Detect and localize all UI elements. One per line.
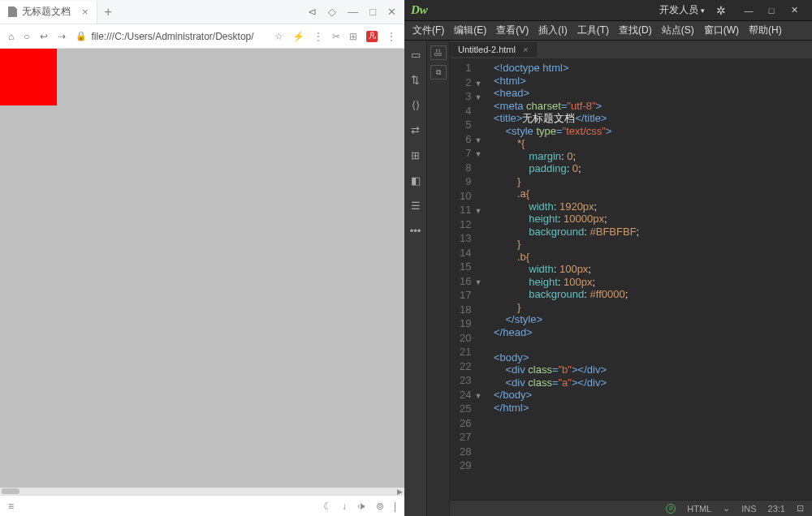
scissors-icon[interactable]: ✂ <box>332 31 340 42</box>
line-gutter: 1 2 ▼ 3 ▼ 4 5 6 ▼ 7 ▼ 8 9 10 11 ▼ 12 13 … <box>450 58 489 500</box>
menu-find[interactable]: 查找(D) <box>614 24 657 37</box>
dw-minimize-icon[interactable]: — <box>737 2 760 19</box>
lang-label[interactable]: HTML <box>687 504 711 514</box>
tool8-icon[interactable]: ••• <box>410 225 421 237</box>
kebab-icon[interactable]: ⋮ <box>387 31 396 42</box>
forward-icon[interactable]: ⇢ <box>58 31 66 42</box>
new-tab-button[interactable]: + <box>97 5 119 19</box>
minimize-icon[interactable]: — <box>348 6 358 18</box>
tab-title: 无标题文档 <box>22 5 71 19</box>
code-editor[interactable]: 1 2 ▼ 3 ▼ 4 5 6 ▼ 7 ▼ 8 9 10 11 ▼ 12 13 … <box>450 58 812 500</box>
star-icon[interactable]: ☆ <box>274 31 283 42</box>
download-icon[interactable]: ↓ <box>342 501 347 512</box>
document-icon <box>8 6 17 17</box>
browser-nav-bar: ⌂ ○ ↩ ⇢ 🔒 file:///C:/Users/Administrator… <box>0 24 404 49</box>
tool5-icon[interactable]: ⊞ <box>411 149 420 161</box>
window-controls: ⊲ ◇ — □ ✕ <box>308 6 404 18</box>
menu-edit[interactable]: 编辑(E) <box>449 24 491 37</box>
lock-icon: 🔒 <box>76 31 87 41</box>
dw-menu-bar: 文件(F) 编辑(E) 查看(V) 插入(I) 工具(T) 查找(D) 站点(S… <box>404 21 812 41</box>
scrollbar-thumb[interactable] <box>2 488 19 494</box>
tool2-icon[interactable]: ⇅ <box>411 74 420 86</box>
menu-insert[interactable]: 插入(I) <box>533 24 572 37</box>
browser-window: 无标题文档 × + ⊲ ◇ — □ ✕ ⌂ ○ ↩ ⇢ 🔒 file:///C:… <box>0 0 404 516</box>
editor-tab-label: Untitled-2.html <box>458 45 516 54</box>
menu-help[interactable]: 帮助(H) <box>744 24 787 37</box>
view-split-icon[interactable]: 品 <box>430 45 447 60</box>
sep: | <box>394 501 396 512</box>
close-icon[interactable]: ✕ <box>387 6 396 18</box>
code-area[interactable]: <!doctype html> <html> <head> <meta char… <box>489 58 812 500</box>
dots-icon[interactable]: ⋮ <box>313 31 323 42</box>
reload-icon[interactable]: ○ <box>24 31 29 42</box>
volume-icon[interactable]: 🕩 <box>356 501 366 512</box>
dw-tool-strip: ▭ ⇅ ⟨⟩ ⇄ ⊞ ◧ ☰ ••• <box>404 41 427 516</box>
url-text: file:///C:/Users/Administrator/Desktop/ <box>92 31 254 42</box>
tool6-icon[interactable]: ◧ <box>411 174 421 187</box>
tool3-icon[interactable]: ⟨⟩ <box>412 99 420 111</box>
address-bar[interactable]: 🔒 file:///C:/Users/Administrator/Desktop… <box>76 31 266 42</box>
tool7-icon[interactable]: ☰ <box>411 200 421 212</box>
dw-close-icon[interactable]: ✕ <box>783 2 806 19</box>
browser-viewport: ▶ ≡ ☾ ↓ 🕩 ⊚ | <box>0 49 404 516</box>
red-box-div <box>0 49 57 105</box>
caret-icon[interactable]: ⌄ <box>723 503 730 514</box>
ins-label[interactable]: INS <box>741 504 756 514</box>
lightning-icon[interactable]: ⚡ <box>292 31 304 42</box>
back-icon[interactable]: ↩ <box>40 31 48 42</box>
menu-window[interactable]: 窗口(W) <box>699 24 744 37</box>
grid-icon[interactable]: ⊞ <box>349 31 357 42</box>
browser-tab-bar: 无标题文档 × + ⊲ ◇ — □ ✕ <box>0 0 404 24</box>
view-code-icon[interactable]: ⧉ <box>430 65 447 80</box>
maximize-icon[interactable]: □ <box>369 6 376 18</box>
ok-icon[interactable]: ⊘ <box>666 504 676 514</box>
close-tab-icon[interactable]: × <box>82 6 89 18</box>
ext1-icon[interactable]: ⊲ <box>308 6 317 18</box>
dw-title-bar: Dw 开发人员▾ ✲ — □ ✕ <box>404 0 812 21</box>
browser-tab[interactable]: 无标题文档 × <box>0 1 97 24</box>
editor-tab-bar: Untitled-2.html × <box>450 41 812 58</box>
moon-icon[interactable]: ☾ <box>323 501 332 512</box>
odom-icon[interactable]: ⊡ <box>797 503 804 514</box>
menu-icon[interactable]: ≡ <box>8 501 14 512</box>
dw-logo: Dw <box>411 3 428 17</box>
zoom-icon[interactable]: ⊚ <box>376 501 384 512</box>
horizontal-scrollbar[interactable]: ▶ <box>0 488 404 495</box>
nav-right-icons: ☆ ⚡ ⋮ ✂ ⊞ 凡 ⋮ <box>274 31 396 42</box>
menu-tools[interactable]: 工具(T) <box>572 24 614 37</box>
dreamweaver-window: Dw 开发人员▾ ✲ — □ ✕ 文件(F) 编辑(E) 查看(V) 插入(I)… <box>404 0 812 516</box>
dw-tool-strip-2: 品 ⧉ <box>427 41 450 516</box>
menu-view[interactable]: 查看(V) <box>491 24 533 37</box>
dw-status-bar: ⊘ HTML ⌄ INS 23:1 ⊡ <box>450 500 812 516</box>
home-icon[interactable]: ⌂ <box>8 31 14 42</box>
ext2-icon[interactable]: ◇ <box>328 6 336 18</box>
tool1-icon[interactable]: ▭ <box>411 49 421 61</box>
browser-status-bar: ≡ ☾ ↓ 🕩 ⊚ | <box>0 495 404 516</box>
dw-maximize-icon[interactable]: □ <box>760 2 783 19</box>
tool4-icon[interactable]: ⇄ <box>411 124 420 136</box>
badge-icon[interactable]: 凡 <box>366 31 378 42</box>
editor-tab[interactable]: Untitled-2.html × <box>450 42 537 57</box>
editor-tab-close-icon[interactable]: × <box>523 45 528 54</box>
menu-site[interactable]: 站点(S) <box>657 24 699 37</box>
workspace-selector[interactable]: 开发人员▾ <box>659 3 705 17</box>
menu-file[interactable]: 文件(F) <box>408 24 449 37</box>
gear-icon[interactable]: ✲ <box>716 4 726 17</box>
pos-label: 23:1 <box>768 504 785 514</box>
